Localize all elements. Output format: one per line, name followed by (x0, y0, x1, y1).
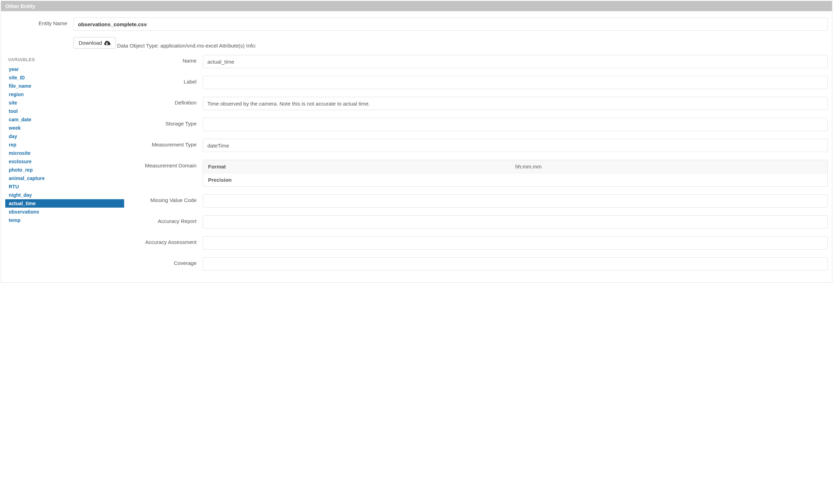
variable-item-year[interactable]: year (5, 65, 124, 73)
field-coverage-value (203, 257, 828, 271)
field-accuracy-assessment-value (203, 236, 828, 250)
domain-precision-row: Precision (203, 173, 827, 186)
domain-format-row: Format hh:mm.mm (203, 160, 827, 173)
panel-title: Other Entity (1, 1, 832, 11)
variables-header: VARIABLES (5, 55, 124, 65)
download-row: Download Data Object Type: application/v… (5, 37, 828, 49)
panel-body: Entity Name observations_complete.csv Do… (1, 11, 832, 282)
field-coverage-row: Coverage (135, 257, 828, 271)
field-measurement-type-value: dateTime (203, 139, 828, 152)
entity-name-row: Entity Name observations_complete.csv (5, 17, 828, 31)
domain-precision-label: Precision (208, 177, 515, 183)
variable-item-file_name[interactable]: file_name (5, 82, 124, 90)
entity-name-label: Entity Name (5, 17, 73, 26)
field-name-label: Name (135, 55, 203, 64)
field-measurement-type-label: Measurement Type (135, 139, 203, 147)
variable-item-exclosure[interactable]: exclosure (5, 157, 124, 166)
variable-item-actual_time[interactable]: actual_time (5, 199, 124, 208)
domain-format-label: Format (208, 164, 515, 170)
spacer (5, 37, 73, 40)
data-object-type-text: Data Object Type: application/vnd.ms-exc… (117, 43, 256, 49)
attribute-detail: Name actual_time Label Definition Time o… (135, 55, 828, 278)
variable-item-night_day[interactable]: night_day (5, 191, 124, 199)
field-accuracy-report-row: Accuracy Report (135, 215, 828, 229)
download-button[interactable]: Download (73, 37, 116, 49)
field-storage-type-row: Storage Type (135, 118, 828, 131)
variable-item-region[interactable]: region (5, 90, 124, 99)
field-name-row: Name actual_time (135, 55, 828, 68)
download-button-label: Download (79, 40, 102, 46)
entity-panel: Other Entity Entity Name observations_co… (1, 1, 832, 283)
field-accuracy-report-label: Accuracy Report (135, 215, 203, 224)
field-name-value: actual_time (203, 55, 828, 68)
domain-precision-value (515, 177, 823, 183)
field-definition-value: Time observed by the camera. Note this i… (203, 97, 828, 110)
variables-sidebar: VARIABLES yearsite_IDfile_nameregionsite… (5, 55, 124, 278)
field-missing-value-label: Missing Value Code (135, 194, 203, 203)
content-columns: VARIABLES yearsite_IDfile_nameregionsite… (5, 55, 828, 278)
variable-item-tool[interactable]: tool (5, 107, 124, 115)
variable-item-cam_date[interactable]: cam_date (5, 115, 124, 124)
variable-item-temp[interactable]: temp (5, 216, 124, 224)
field-label-value (203, 76, 828, 89)
field-definition-label: Definition (135, 97, 203, 106)
field-label-label: Label (135, 76, 203, 85)
field-accuracy-assessment-label: Accuracy Assessment (135, 236, 203, 245)
variable-item-observations[interactable]: observations (5, 208, 124, 216)
variable-item-day[interactable]: day (5, 132, 124, 141)
variable-item-site[interactable]: site (5, 99, 124, 107)
field-label-row: Label (135, 76, 828, 89)
variable-item-week[interactable]: week (5, 124, 124, 132)
field-missing-value-value (203, 194, 828, 208)
entity-name-value: observations_complete.csv (73, 17, 828, 31)
measurement-domain-table: Format hh:mm.mm Precision (203, 160, 828, 187)
variable-item-microsite[interactable]: microsite (5, 149, 124, 157)
field-definition-row: Definition Time observed by the camera. … (135, 97, 828, 110)
field-missing-value-row: Missing Value Code (135, 194, 828, 208)
field-measurement-type-row: Measurement Type dateTime (135, 139, 828, 152)
field-measurement-domain-label: Measurement Domain (135, 160, 203, 168)
field-measurement-domain-row: Measurement Domain Format hh:mm.mm Preci… (135, 160, 828, 187)
field-storage-type-value (203, 118, 828, 131)
field-storage-type-label: Storage Type (135, 118, 203, 127)
field-coverage-label: Coverage (135, 257, 203, 266)
variable-item-rep[interactable]: rep (5, 141, 124, 149)
variables-list: yearsite_IDfile_nameregionsitetoolcam_da… (5, 65, 124, 224)
domain-format-value: hh:mm.mm (515, 164, 823, 170)
variable-item-RTU[interactable]: RTU (5, 182, 124, 191)
variable-item-site_ID[interactable]: site_ID (5, 73, 124, 82)
cloud-download-icon (104, 40, 111, 46)
variable-item-photo_rep[interactable]: photo_rep (5, 166, 124, 174)
field-accuracy-report-value (203, 215, 828, 229)
field-accuracy-assessment-row: Accuracy Assessment (135, 236, 828, 250)
variable-item-animal_capture[interactable]: animal_capture (5, 174, 124, 182)
